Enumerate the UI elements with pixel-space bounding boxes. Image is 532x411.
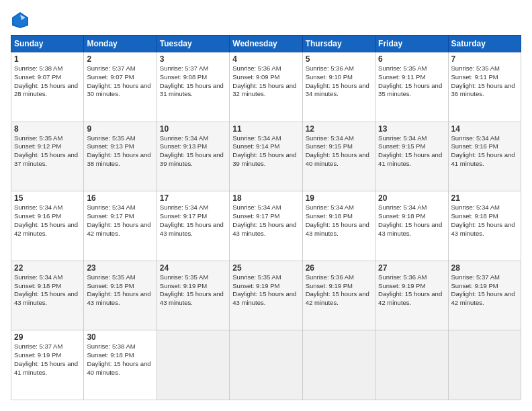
day-info: Sunrise: 5:34 AMSunset: 9:18 PMDaylight:…	[14, 273, 81, 308]
day-info: Sunrise: 5:38 AMSunset: 9:07 PMDaylight:…	[14, 64, 81, 99]
day-number: 17	[160, 193, 226, 203]
day-info: Sunrise: 5:35 AMSunset: 9:11 PMDaylight:…	[451, 64, 518, 99]
day-info: Sunrise: 5:34 AMSunset: 9:16 PMDaylight:…	[451, 134, 518, 169]
calendar-cell	[157, 330, 229, 400]
day-info: Sunrise: 5:34 AMSunset: 9:14 PMDaylight:…	[232, 134, 299, 169]
col-header-thursday: Thursday	[302, 36, 375, 52]
calendar-cell: 9Sunrise: 5:35 AMSunset: 9:13 PMDaylight…	[84, 122, 157, 191]
day-number: 21	[451, 193, 518, 203]
calendar-cell: 20Sunrise: 5:34 AMSunset: 9:18 PMDayligh…	[375, 191, 448, 261]
logo-icon	[11, 11, 30, 30]
calendar-cell: 24Sunrise: 5:35 AMSunset: 9:19 PMDayligh…	[157, 261, 229, 330]
day-number: 5	[306, 54, 372, 64]
day-info: Sunrise: 5:34 AMSunset: 9:18 PMDaylight:…	[451, 203, 518, 238]
calendar-cell: 16Sunrise: 5:34 AMSunset: 9:17 PMDayligh…	[84, 191, 157, 261]
day-number: 13	[378, 124, 445, 134]
day-info: Sunrise: 5:36 AMSunset: 9:19 PMDaylight:…	[378, 273, 445, 308]
calendar-cell: 13Sunrise: 5:34 AMSunset: 9:15 PMDayligh…	[375, 122, 448, 191]
calendar-cell: 21Sunrise: 5:34 AMSunset: 9:18 PMDayligh…	[448, 191, 521, 261]
day-number: 27	[378, 263, 445, 273]
day-number: 29	[14, 332, 81, 342]
day-info: Sunrise: 5:38 AMSunset: 9:18 PMDaylight:…	[87, 342, 153, 377]
day-info: Sunrise: 5:34 AMSunset: 9:15 PMDaylight:…	[378, 134, 445, 169]
day-info: Sunrise: 5:34 AMSunset: 9:17 PMDaylight:…	[232, 203, 299, 238]
calendar-cell: 18Sunrise: 5:34 AMSunset: 9:17 PMDayligh…	[230, 191, 302, 261]
calendar-cell: 6Sunrise: 5:35 AMSunset: 9:11 PMDaylight…	[375, 52, 448, 122]
calendar-cell: 4Sunrise: 5:36 AMSunset: 9:09 PMDaylight…	[230, 52, 302, 122]
day-number: 28	[451, 263, 518, 273]
day-number: 6	[378, 54, 445, 64]
col-header-sunday: Sunday	[11, 36, 84, 52]
calendar-week-5: 29Sunrise: 5:37 AMSunset: 9:19 PMDayligh…	[11, 330, 521, 400]
calendar-cell: 29Sunrise: 5:37 AMSunset: 9:19 PMDayligh…	[11, 330, 84, 400]
day-number: 26	[306, 263, 372, 273]
day-info: Sunrise: 5:34 AMSunset: 9:17 PMDaylight:…	[87, 203, 153, 238]
day-info: Sunrise: 5:35 AMSunset: 9:18 PMDaylight:…	[87, 273, 153, 308]
calendar-table: SundayMondayTuesdayWednesdayThursdayFrid…	[11, 35, 521, 400]
day-number: 16	[87, 193, 153, 203]
calendar-cell: 14Sunrise: 5:34 AMSunset: 9:16 PMDayligh…	[448, 122, 521, 191]
day-number: 12	[306, 124, 372, 134]
calendar-cell: 22Sunrise: 5:34 AMSunset: 9:18 PMDayligh…	[11, 261, 84, 330]
day-info: Sunrise: 5:36 AMSunset: 9:09 PMDaylight:…	[232, 64, 299, 99]
day-info: Sunrise: 5:35 AMSunset: 9:19 PMDaylight:…	[160, 273, 226, 308]
calendar-cell	[302, 330, 375, 400]
calendar-week-4: 22Sunrise: 5:34 AMSunset: 9:18 PMDayligh…	[11, 261, 521, 330]
calendar-cell: 8Sunrise: 5:35 AMSunset: 9:12 PMDaylight…	[11, 122, 84, 191]
day-number: 4	[232, 54, 299, 64]
day-info: Sunrise: 5:34 AMSunset: 9:13 PMDaylight:…	[160, 134, 226, 169]
day-info: Sunrise: 5:36 AMSunset: 9:19 PMDaylight:…	[306, 273, 372, 308]
day-info: Sunrise: 5:34 AMSunset: 9:15 PMDaylight:…	[306, 134, 372, 169]
day-number: 23	[87, 263, 153, 273]
logo	[11, 11, 32, 30]
calendar-header-row: SundayMondayTuesdayWednesdayThursdayFrid…	[11, 36, 521, 52]
day-number: 22	[14, 263, 81, 273]
day-number: 30	[87, 332, 153, 342]
day-info: Sunrise: 5:35 AMSunset: 9:12 PMDaylight:…	[14, 134, 81, 169]
calendar-cell: 5Sunrise: 5:36 AMSunset: 9:10 PMDaylight…	[302, 52, 375, 122]
day-number: 8	[14, 124, 81, 134]
day-info: Sunrise: 5:34 AMSunset: 9:17 PMDaylight:…	[160, 203, 226, 238]
calendar-cell: 26Sunrise: 5:36 AMSunset: 9:19 PMDayligh…	[302, 261, 375, 330]
day-number: 3	[160, 54, 226, 64]
day-number: 14	[451, 124, 518, 134]
day-number: 20	[378, 193, 445, 203]
calendar-cell	[448, 330, 521, 400]
calendar-week-3: 15Sunrise: 5:34 AMSunset: 9:16 PMDayligh…	[11, 191, 521, 261]
calendar-cell: 1Sunrise: 5:38 AMSunset: 9:07 PMDaylight…	[11, 52, 84, 122]
day-info: Sunrise: 5:37 AMSunset: 9:07 PMDaylight:…	[87, 64, 153, 99]
day-info: Sunrise: 5:36 AMSunset: 9:10 PMDaylight:…	[306, 64, 372, 99]
day-number: 24	[160, 263, 226, 273]
col-header-monday: Monday	[84, 36, 157, 52]
calendar-week-2: 8Sunrise: 5:35 AMSunset: 9:12 PMDaylight…	[11, 122, 521, 191]
calendar-week-1: 1Sunrise: 5:38 AMSunset: 9:07 PMDaylight…	[11, 52, 521, 122]
calendar-cell: 3Sunrise: 5:37 AMSunset: 9:08 PMDaylight…	[157, 52, 229, 122]
calendar-cell: 30Sunrise: 5:38 AMSunset: 9:18 PMDayligh…	[84, 330, 157, 400]
day-number: 19	[306, 193, 372, 203]
day-number: 25	[232, 263, 299, 273]
calendar-cell: 25Sunrise: 5:35 AMSunset: 9:19 PMDayligh…	[230, 261, 302, 330]
calendar-cell: 19Sunrise: 5:34 AMSunset: 9:18 PMDayligh…	[302, 191, 375, 261]
col-header-saturday: Saturday	[448, 36, 521, 52]
day-number: 15	[14, 193, 81, 203]
calendar-cell: 2Sunrise: 5:37 AMSunset: 9:07 PMDaylight…	[84, 52, 157, 122]
day-info: Sunrise: 5:34 AMSunset: 9:16 PMDaylight:…	[14, 203, 81, 238]
page: SundayMondayTuesdayWednesdayThursdayFrid…	[0, 0, 532, 411]
col-header-tuesday: Tuesday	[157, 36, 229, 52]
calendar-cell: 17Sunrise: 5:34 AMSunset: 9:17 PMDayligh…	[157, 191, 229, 261]
day-number: 2	[87, 54, 153, 64]
day-number: 11	[232, 124, 299, 134]
calendar-cell: 23Sunrise: 5:35 AMSunset: 9:18 PMDayligh…	[84, 261, 157, 330]
calendar-cell: 7Sunrise: 5:35 AMSunset: 9:11 PMDaylight…	[448, 52, 521, 122]
day-number: 10	[160, 124, 226, 134]
calendar-cell: 15Sunrise: 5:34 AMSunset: 9:16 PMDayligh…	[11, 191, 84, 261]
day-number: 1	[14, 54, 81, 64]
day-number: 9	[87, 124, 153, 134]
day-info: Sunrise: 5:37 AMSunset: 9:19 PMDaylight:…	[14, 342, 81, 377]
day-number: 7	[451, 54, 518, 64]
calendar-cell	[375, 330, 448, 400]
col-header-wednesday: Wednesday	[230, 36, 302, 52]
calendar-cell: 28Sunrise: 5:37 AMSunset: 9:19 PMDayligh…	[448, 261, 521, 330]
calendar-cell: 11Sunrise: 5:34 AMSunset: 9:14 PMDayligh…	[230, 122, 302, 191]
day-info: Sunrise: 5:35 AMSunset: 9:11 PMDaylight:…	[378, 64, 445, 99]
